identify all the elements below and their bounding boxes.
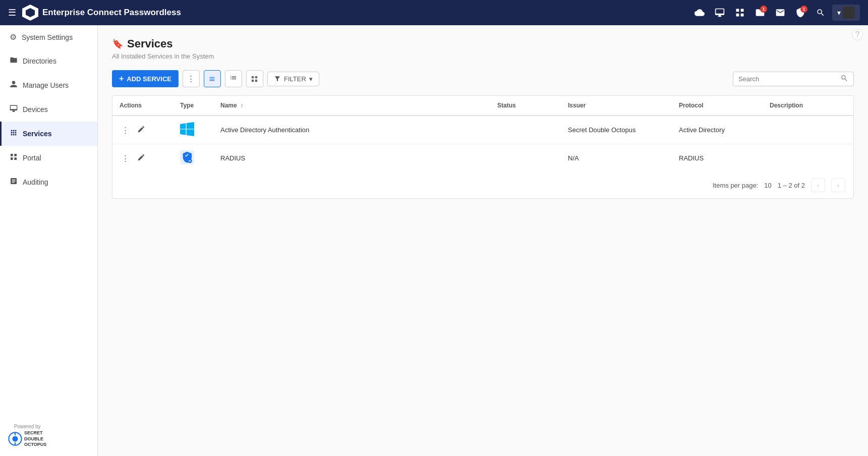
monitor-icon-btn[interactable] (711, 4, 728, 21)
svg-marker-7 (187, 129, 194, 136)
user-avatar (843, 7, 855, 19)
row-2-name: RADIUS (213, 144, 490, 173)
svg-point-10 (189, 160, 190, 161)
table-header-row: Actions Type Name ↑ Status Issuer Protoc… (112, 96, 853, 116)
detail-view-button[interactable] (225, 70, 242, 87)
row-2-actions: ⋮ (112, 144, 173, 173)
devices-icon (10, 104, 18, 115)
services-table: Actions Type Name ↑ Status Issuer Protoc… (112, 95, 854, 199)
search-icon (840, 74, 848, 84)
svg-marker-5 (187, 122, 194, 129)
row-1-name: Active Directory Authentication (213, 116, 490, 144)
sidebar-item-services[interactable]: Services (0, 122, 97, 146)
services-icon (10, 129, 18, 139)
app-title: Enterprise Connect Passwordless (42, 8, 181, 18)
more-options-button[interactable]: ⋮ (183, 70, 200, 87)
mail-icon (775, 8, 785, 18)
list-icon (208, 75, 216, 83)
folder-icon-btn[interactable]: 1 (751, 4, 769, 21)
row-2-edit-icon[interactable] (135, 151, 147, 165)
sidebar-footer: Powered by SECRETDOUBLEOCTOPUS (0, 416, 97, 456)
page-title: Services (127, 37, 173, 50)
topnav: ☰ Enterprise Connect Passwordless 1 (0, 0, 868, 25)
row-1-status (490, 116, 561, 144)
pagination-prev-button[interactable]: ‹ (811, 178, 825, 192)
sidebar: ⚙ System Settings Directories Manage Use… (0, 25, 98, 456)
shield-icon-btn[interactable]: 1 (792, 4, 809, 21)
action-icons: ⋮ (120, 151, 166, 165)
filter-label: FILTER (284, 75, 306, 83)
brand-label: SECRETDOUBLEOCTOPUS (24, 430, 46, 448)
sidebar-item-directories[interactable]: Directories (0, 49, 97, 73)
row-1-more-icon[interactable]: ⋮ (120, 124, 131, 137)
cloud-icon-btn[interactable] (691, 4, 708, 21)
row-1-issuer: Secret Double Octopus (561, 116, 672, 144)
powered-by-label: Powered by (14, 424, 41, 429)
sidebar-item-label: Directories (23, 57, 56, 65)
add-service-label: ADD SERVICE (127, 75, 171, 83)
search-input[interactable] (738, 75, 837, 83)
sidebar-item-label: Auditing (23, 178, 48, 186)
toolbar: + ADD SERVICE ⋮ (112, 70, 854, 87)
grid-view-button[interactable] (246, 70, 263, 87)
col-header-protocol: Protocol (672, 96, 763, 116)
sidebar-item-auditing[interactable]: Auditing (0, 170, 97, 194)
items-per-page-label: Items per page: (713, 182, 758, 189)
row-2-protocol: RADIUS (672, 144, 763, 173)
action-icons: ⋮ (120, 123, 166, 137)
table-header: Actions Type Name ↑ Status Issuer Protoc… (112, 96, 853, 116)
list-view-button[interactable] (204, 70, 221, 87)
svg-marker-6 (180, 129, 186, 135)
filter-icon (274, 75, 281, 82)
windows-type-icon (180, 122, 194, 136)
settings-icon: ⚙ (10, 32, 17, 42)
row-2-more-icon[interactable]: ⋮ (120, 152, 131, 165)
svg-marker-4 (180, 123, 186, 129)
page-header: 🔖 Services (112, 37, 854, 50)
col-header-issuer: Issuer (561, 96, 672, 116)
col-header-status: Status (490, 96, 561, 116)
folder-badge: 1 (760, 6, 767, 13)
page-subtitle: All Installed Services in the System (112, 52, 854, 60)
sidebar-item-label: Portal (23, 154, 41, 162)
table-row: ⋮ (112, 144, 853, 173)
add-service-button[interactable]: + ADD SERVICE (112, 70, 179, 87)
grid-icon (735, 8, 745, 18)
sidebar-item-label: Services (23, 130, 52, 138)
filter-dropdown-icon: ▾ (309, 75, 313, 83)
sidebar-item-label: Manage Users (23, 81, 69, 89)
search-icon (816, 8, 825, 17)
sidebar-item-devices[interactable]: Devices (0, 97, 97, 122)
row-1-edit-icon[interactable] (135, 123, 147, 137)
col-header-name[interactable]: Name ↑ (213, 96, 490, 116)
mail-icon-btn[interactable] (772, 4, 789, 21)
sidebar-item-manage-users[interactable]: Manage Users (0, 73, 97, 97)
pagination-next-button[interactable]: › (831, 178, 845, 192)
filter-button[interactable]: FILTER ▾ (267, 72, 319, 86)
monitor-icon (715, 8, 725, 18)
app-logo: Enterprise Connect Passwordless (22, 5, 691, 21)
main-layout: ⚙ System Settings Directories Manage Use… (0, 25, 868, 456)
detail-list-icon (229, 75, 237, 83)
row-1-type (173, 116, 213, 144)
grid-icon-btn[interactable] (731, 4, 748, 21)
logo-hexagon-icon (22, 5, 38, 21)
cloud-icon (695, 8, 705, 18)
dropdown-icon: ▾ (837, 9, 841, 17)
hamburger-menu-icon[interactable]: ☰ (8, 7, 16, 18)
portal-icon (10, 153, 18, 163)
main-content: 🔖 Services All Installed Services in the… (98, 25, 868, 456)
search-icon-btn[interactable] (812, 4, 829, 21)
add-icon: + (119, 74, 124, 83)
user-menu[interactable]: ▾ (832, 5, 860, 21)
table-row: ⋮ (112, 116, 853, 144)
row-1-description (763, 116, 853, 144)
sort-asc-icon: ↑ (241, 102, 244, 108)
radius-type-icon (180, 150, 194, 164)
help-icon[interactable]: ? (852, 29, 863, 40)
col-header-description: Description (763, 96, 853, 116)
more-dots-icon: ⋮ (187, 74, 195, 83)
sidebar-item-portal[interactable]: Portal (0, 146, 97, 170)
sidebar-item-system-settings[interactable]: ⚙ System Settings (0, 25, 97, 49)
svg-point-1 (12, 436, 18, 442)
